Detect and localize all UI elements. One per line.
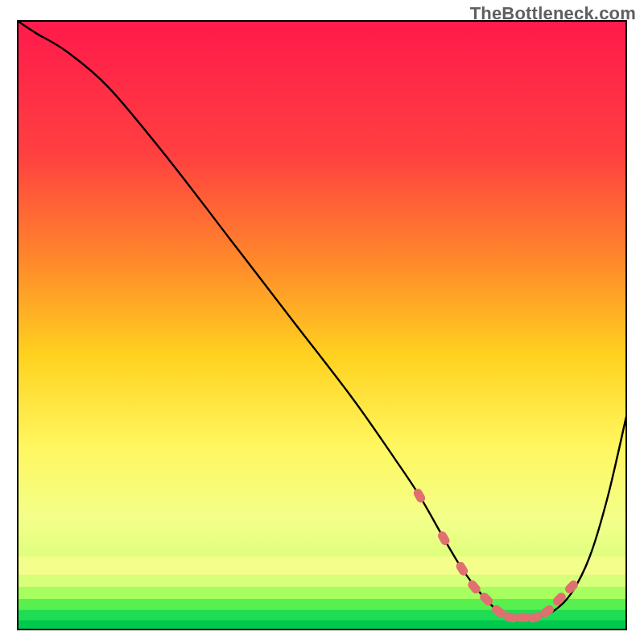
gradient-background [18, 21, 626, 630]
band-stripe [18, 575, 626, 587]
plot-area [18, 21, 626, 630]
band-stripe [18, 556, 626, 575]
band-stripe [18, 599, 626, 610]
band-stripe [18, 587, 626, 599]
chart-frame: TheBottleneck.com [0, 0, 644, 644]
chart-svg [18, 21, 626, 630]
watermark-text: TheBottleneck.com [470, 3, 636, 24]
